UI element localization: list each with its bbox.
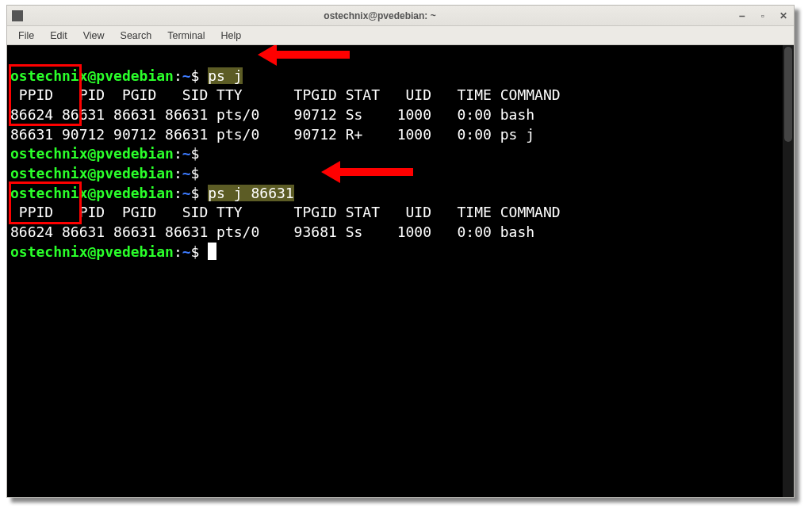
- prompt-line-5: ostechnix@pvedebian:~$: [10, 243, 216, 260]
- table-row: 86624 86631 86631 86631 pts/0 93681 Ss 1…: [10, 224, 534, 240]
- arrow-head-icon: [258, 45, 277, 66]
- window-title: ostechnix@pvedebian: ~: [28, 10, 732, 21]
- arrow-stem: [277, 51, 350, 59]
- annotation-arrow-1: [258, 45, 350, 66]
- prompt-user: ostechnix@pvedebian: [10, 145, 174, 162]
- prompt-user: ostechnix@pvedebian: [10, 243, 174, 260]
- menu-view[interactable]: View: [75, 29, 113, 43]
- prompt-sep: :: [174, 185, 182, 201]
- prompt-dollar: $: [191, 165, 200, 181]
- prompt-user: ostechnix@pvedebian: [10, 185, 174, 201]
- terminal-icon: [12, 10, 23, 21]
- menu-file[interactable]: File: [10, 29, 42, 43]
- menu-search[interactable]: Search: [113, 29, 160, 43]
- annotation-arrow-2: [321, 161, 413, 183]
- terminal-window: ostechnix@pvedebian: ~ ‒ ▫ ✕ File Edit V…: [6, 5, 795, 498]
- prompt-sep: :: [174, 243, 182, 260]
- prompt-sep: :: [174, 165, 182, 181]
- prompt-path: ~: [182, 243, 191, 260]
- table-header-2: PPID PID PGID SID TTY TPGID STAT UID TIM…: [10, 204, 561, 220]
- table-header-1: PPID PID PGID SID TTY TPGID STAT UID TIM…: [10, 86, 561, 103]
- menu-help[interactable]: Help: [213, 29, 249, 43]
- prompt-sep: :: [174, 145, 182, 162]
- maximize-button[interactable]: ▫: [753, 8, 773, 24]
- command-ps-j: ps j: [208, 67, 242, 84]
- menubar: File Edit View Search Terminal Help: [7, 26, 794, 45]
- prompt-dollar: $: [191, 185, 200, 201]
- minimize-button[interactable]: ‒: [732, 8, 753, 24]
- prompt-dollar: $: [191, 243, 200, 260]
- terminal-body[interactable]: ostechnix@pvedebian:~$ ps j PPID PID PGI…: [7, 45, 794, 497]
- scrollbar-thumb[interactable]: [784, 47, 792, 142]
- menu-terminal[interactable]: Terminal: [159, 29, 213, 43]
- prompt-sep: :: [174, 67, 182, 84]
- prompt-dollar: $: [191, 67, 200, 84]
- prompt-path: ~: [182, 145, 191, 162]
- arrow-head-icon: [321, 161, 340, 183]
- menu-edit[interactable]: Edit: [42, 29, 75, 43]
- prompt-path: ~: [182, 185, 191, 201]
- titlebar[interactable]: ostechnix@pvedebian: ~ ‒ ▫ ✕: [7, 6, 794, 26]
- cursor: [208, 243, 216, 260]
- scrollbar[interactable]: [783, 45, 794, 497]
- table-row: 86631 90712 90712 86631 pts/0 90712 R+ 1…: [10, 126, 534, 143]
- arrow-stem: [340, 168, 413, 176]
- prompt-user: ostechnix@pvedebian: [10, 67, 174, 84]
- prompt-line-4: ostechnix@pvedebian:~$ ps j 86631: [10, 185, 294, 201]
- prompt-path: ~: [182, 165, 191, 181]
- prompt-user: ostechnix@pvedebian: [10, 165, 174, 181]
- prompt-dollar: $: [191, 145, 200, 162]
- prompt-line-2: ostechnix@pvedebian:~$: [10, 145, 199, 162]
- close-button[interactable]: ✕: [773, 8, 794, 24]
- prompt-path: ~: [182, 67, 191, 84]
- command-ps-j-pid: ps j 86631: [208, 185, 293, 201]
- prompt-line-1: ostechnix@pvedebian:~$ ps j: [10, 67, 243, 84]
- table-row: 86624 86631 86631 86631 pts/0 90712 Ss 1…: [10, 106, 534, 123]
- prompt-line-3: ostechnix@pvedebian:~$: [10, 165, 199, 181]
